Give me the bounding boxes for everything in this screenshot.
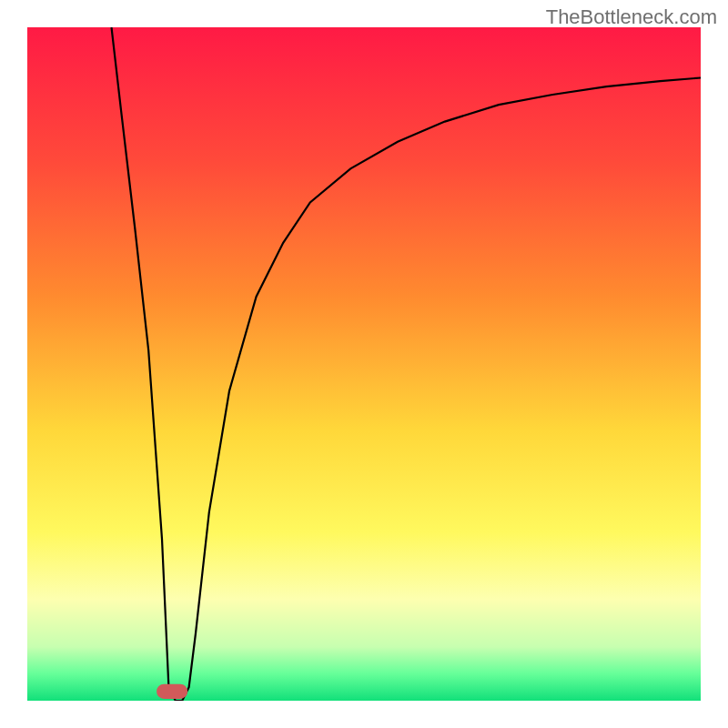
- chart-svg: [27, 27, 701, 701]
- optimal-marker: [157, 684, 187, 699]
- gradient-background: [27, 27, 701, 701]
- chart-container: TheBottleneck.com: [0, 0, 728, 728]
- plot-frame: [27, 27, 701, 701]
- watermark-text: TheBottleneck.com: [546, 5, 717, 29]
